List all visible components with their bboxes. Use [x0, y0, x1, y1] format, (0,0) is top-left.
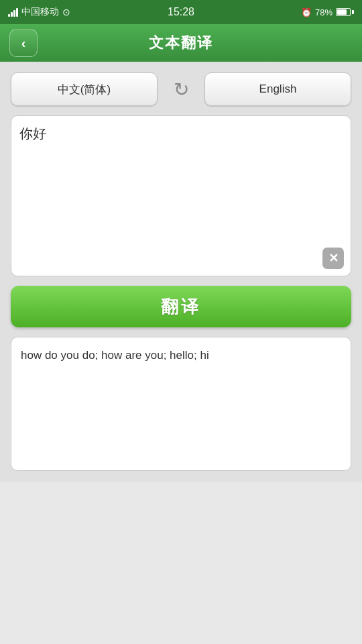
main-content: 中文(简体) ↻ English ✕ 翻译 how do you do; how… [0, 62, 362, 482]
target-language-label: English [259, 83, 297, 96]
swap-icon: ↻ [174, 78, 189, 101]
title-bar: ‹ 文本翻译 [0, 24, 362, 62]
translate-label: 翻译 [161, 295, 201, 319]
battery-icon [336, 8, 354, 16]
battery-percent: 78% [315, 7, 333, 17]
status-left: 中国移动 ⊙ [8, 6, 70, 18]
clear-icon: ✕ [328, 252, 339, 264]
source-text-input[interactable] [19, 124, 343, 258]
signal-icon [8, 7, 18, 17]
input-area: ✕ [11, 115, 351, 276]
status-right: ⏰ 78% [301, 7, 354, 17]
output-area: how do you do; how are you; hello; hi [11, 337, 351, 471]
target-language-button[interactable]: English [204, 72, 351, 106]
language-row: 中文(简体) ↻ English [11, 72, 351, 106]
translate-button[interactable]: 翻译 [11, 286, 351, 327]
output-text: how do you do; how are you; hello; hi [21, 347, 341, 364]
source-language-button[interactable]: 中文(简体) [11, 72, 158, 106]
source-language-label: 中文(简体) [58, 82, 111, 97]
status-bar: 中国移动 ⊙ 15:28 ⏰ 78% [0, 0, 362, 24]
back-button[interactable]: ‹ [9, 29, 38, 57]
page-title: 文本翻译 [149, 33, 213, 53]
back-icon: ‹ [21, 36, 26, 51]
swap-language-button[interactable]: ↻ [164, 72, 198, 106]
alarm-icon: ⏰ [301, 7, 312, 17]
status-time: 15:28 [168, 6, 194, 18]
wifi-icon: ⊙ [62, 7, 70, 17]
carrier-label: 中国移动 [21, 6, 59, 18]
clear-button[interactable]: ✕ [322, 248, 344, 269]
